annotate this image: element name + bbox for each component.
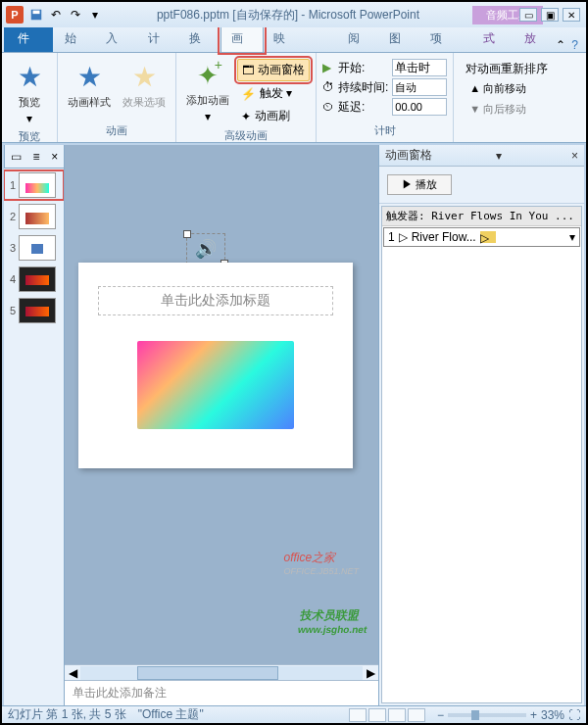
slide[interactable]: 单击此处添加标题 <box>78 263 353 468</box>
animation-trigger-header: 触发器: River Flows In You ... <box>382 207 581 226</box>
redo-icon[interactable]: ↷ <box>67 6 84 24</box>
watermark-jsgho: 技术员联盟 www.jsgho.net <box>297 604 371 635</box>
animation-pane: 动画窗格 ▾ × ▶ 播放 触发器: River Flows In You ..… <box>378 145 584 705</box>
outline-tab-icon[interactable]: ≡ <box>32 150 39 164</box>
move-later-button[interactable]: ▼ 向后移动 <box>466 100 548 119</box>
delay-input[interactable] <box>392 98 447 116</box>
slideshow-view-button[interactable] <box>408 708 425 722</box>
effect-options-label: 效果选项 <box>122 95 166 110</box>
save-icon[interactable] <box>27 6 45 24</box>
trigger-button[interactable]: ⚡ 触发 ▾ <box>237 83 310 104</box>
zoom-slider[interactable] <box>448 713 526 717</box>
scroll-thumb[interactable] <box>137 666 278 680</box>
star-icon: ★ <box>77 61 102 93</box>
view-switcher <box>349 708 425 722</box>
ribbon-help: ⌃ ? <box>556 38 586 52</box>
trigger-icon: ⚡ <box>241 87 256 101</box>
thumb-preview <box>19 172 56 198</box>
group-label-preview: 预览 <box>8 127 51 146</box>
preview-button[interactable]: ★ 预览 ▾ <box>8 59 51 127</box>
animation-styles-label: 动画样式 <box>68 95 111 110</box>
close-outline-icon[interactable]: × <box>51 150 58 164</box>
effect-icon: ★ <box>132 61 157 93</box>
slides-tab-icon[interactable]: ▭ <box>11 150 22 164</box>
svg-rect-1 <box>33 11 40 15</box>
animation-painter-button[interactable]: ✦ 动画刷 <box>237 106 310 126</box>
group-reorder: 对动画重新排序 ▲ 向前移动 ▼ 向后移动 <box>454 53 560 142</box>
dropdown-icon: ▾ <box>26 112 32 125</box>
ribbon-tabs: 文件 开始 插入 设计 切换 动画 幻灯片放映 审阅 视图 加载项 格式 播放 … <box>2 27 586 53</box>
animation-item-label: River Flow... <box>412 230 476 244</box>
autosave-label: [自动保存的] <box>232 8 298 22</box>
slide-thumbnails-panel: ▭ ≡ × 1 2 3 4 5 <box>4 145 65 705</box>
animation-timeline-bar: ▷ <box>480 231 496 243</box>
ribbon: ★ 预览 ▾ 预览 ★ 动画样式 ★ 效果选项 动画 ✦+ 添加动画 ▾ <box>2 53 586 143</box>
zoom-thumb[interactable] <box>471 710 479 720</box>
delay-label: 延迟: <box>338 99 388 116</box>
preview-label: 预览 <box>19 95 40 110</box>
collapse-ribbon-icon[interactable]: ⌃ <box>556 38 565 52</box>
animation-styles-button[interactable]: ★ 动画样式 <box>64 59 115 112</box>
animation-pane-header: 动画窗格 ▾ × <box>379 145 584 167</box>
slide-thumbnail-3[interactable]: 3 <box>6 235 62 261</box>
start-value: 单击时 <box>395 61 430 74</box>
thumb-preview <box>19 235 56 261</box>
animation-item-dropdown-icon[interactable]: ▾ <box>569 230 575 244</box>
undo-icon[interactable]: ↶ <box>47 6 65 24</box>
fit-window-icon[interactable]: ⛶ <box>568 708 580 722</box>
animation-pane-button[interactable]: 🗔 动画窗格 <box>237 59 310 81</box>
slide-counter: 幻灯片 第 1 张, 共 5 张 <box>8 706 126 723</box>
slide-thumbnail-1[interactable]: 1 <box>6 172 62 198</box>
pane-dropdown-icon[interactable]: ▾ <box>496 149 502 163</box>
animation-item-index: 1 <box>388 230 395 244</box>
zoom-out-button[interactable]: − <box>437 708 444 722</box>
move-earlier-button[interactable]: ▲ 向前移动 <box>466 79 548 98</box>
reorder-title: 对动画重新排序 <box>466 61 548 77</box>
slide-thumbnail-2[interactable]: 2 <box>6 204 62 229</box>
close-pane-icon[interactable]: × <box>571 149 578 163</box>
restore-button[interactable]: ▣ <box>541 8 559 22</box>
workspace: ▭ ≡ × 1 2 3 4 5 🔊 ⏮ ⏭ 00:00.00 🔈 <box>4 145 584 705</box>
group-preview: ★ 预览 ▾ 预览 <box>2 53 58 142</box>
help-icon[interactable]: ? <box>571 38 578 52</box>
scroll-left-icon[interactable]: ◀ <box>65 666 80 680</box>
start-select[interactable]: 单击时 <box>392 59 447 76</box>
painter-icon: ✦ <box>241 110 251 123</box>
group-label-timing: 计时 <box>322 121 447 140</box>
notes-pane[interactable]: 单击此处添加备注 <box>65 680 378 705</box>
theme-label: "Office 主题" <box>138 706 204 723</box>
group-timing: ▶ 开始: 单击时 ⏱ 持续时间: ⏲ 延迟: 计时 <box>317 53 454 142</box>
scroll-right-icon[interactable]: ▶ <box>363 666 378 680</box>
zoom-control: − + 33% ⛶ <box>437 708 580 722</box>
audio-object[interactable]: 🔊 <box>186 233 225 265</box>
content-image[interactable] <box>137 341 294 429</box>
group-label-advanced: 高级动画 <box>182 126 310 145</box>
sorter-view-button[interactable] <box>368 708 386 722</box>
slide-thumbnail-5[interactable]: 5 <box>6 298 62 323</box>
thumbnail-list: 1 2 3 4 5 <box>4 169 64 705</box>
effect-options-button[interactable]: ★ 效果选项 <box>119 59 170 112</box>
normal-view-button[interactable] <box>349 708 367 722</box>
zoom-in-button[interactable]: + <box>530 708 537 722</box>
scroll-track[interactable] <box>80 666 363 680</box>
duration-label: 持续时间: <box>338 79 388 96</box>
slide-canvas-area[interactable]: 🔊 ⏮ ⏭ 00:00.00 🔈 单击此处添加标题 office之家 OFFIC… <box>65 145 378 664</box>
animation-pane-label: 动画窗格 <box>258 62 305 78</box>
play-animations-button[interactable]: ▶ 播放 <box>387 174 452 195</box>
animation-painter-label: 动画刷 <box>255 108 290 124</box>
slide-thumbnail-4[interactable]: 4 <box>6 266 62 292</box>
add-animation-button[interactable]: ✦+ 添加动画 ▾ <box>182 59 233 125</box>
outline-tabs: ▭ ≡ × <box>4 145 65 169</box>
animation-item[interactable]: 1 ▷ River Flow... ▷ ▾ <box>383 227 580 247</box>
title-placeholder[interactable]: 单击此处添加标题 <box>98 286 333 315</box>
window-buttons: ▭ ▣ ✕ <box>519 8 580 22</box>
app-icon: P <box>6 6 24 24</box>
horizontal-scrollbar: ◀ ▶ <box>65 664 378 680</box>
minimize-button[interactable]: ▭ <box>519 8 537 22</box>
trigger-label: 触发 ▾ <box>260 85 292 102</box>
duration-input[interactable] <box>392 78 447 96</box>
add-animation-icon: ✦+ <box>197 61 219 91</box>
reading-view-button[interactable] <box>388 708 406 722</box>
qat-dropdown-icon[interactable]: ▾ <box>86 6 104 24</box>
close-button[interactable]: ✕ <box>563 8 580 22</box>
